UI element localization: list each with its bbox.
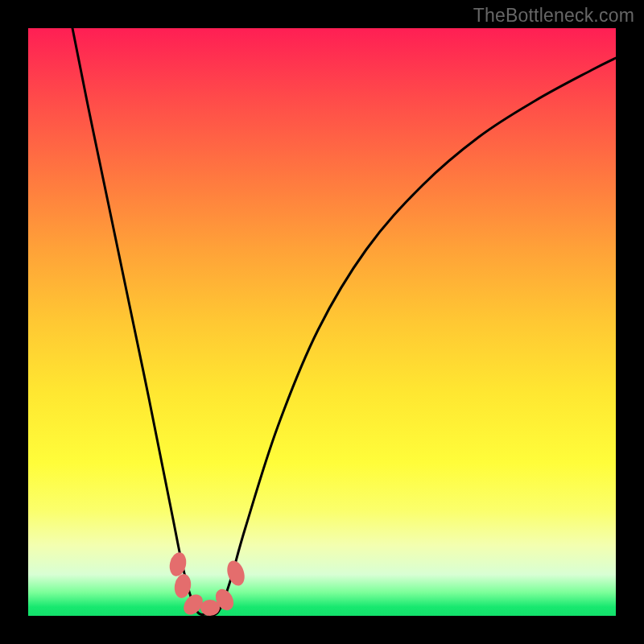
bottleneck-curve [72, 28, 616, 615]
watermark-label: TheBottleneck.com [473, 5, 634, 27]
chart-frame: TheBottleneck.com [0, 0, 644, 644]
marker-6 [225, 559, 248, 588]
curve-group [72, 28, 616, 615]
plot-area [28, 28, 616, 616]
chart-svg [28, 28, 616, 616]
